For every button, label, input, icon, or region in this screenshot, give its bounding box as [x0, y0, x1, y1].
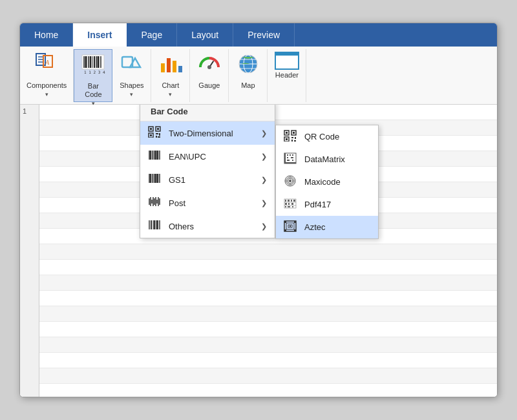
dropdown-header: Bar Code	[140, 105, 275, 121]
svg-rect-73	[286, 132, 288, 134]
barcode-dropdown: Bar Code	[140, 105, 275, 238]
ribbon-item-shapes[interactable]: Shapes ▾	[112, 49, 151, 102]
two-dimensional-arrow: ❯	[261, 129, 267, 138]
ribbon-item-header[interactable]: Header	[268, 49, 306, 102]
svg-rect-106	[288, 203, 290, 205]
grid-row-14	[39, 306, 497, 322]
svg-rect-85	[287, 154, 288, 156]
row-number-1: 1	[20, 105, 39, 118]
grid-row-11	[39, 260, 497, 275]
svg-rect-91	[292, 160, 293, 161]
dropdown-item-gs1[interactable]: GS1 ❯	[140, 168, 275, 191]
shapes-icon	[120, 52, 144, 80]
ribbon-tabs: Home Insert Page Layout Preview	[20, 23, 497, 47]
svg-rect-80	[291, 140, 293, 142]
dropdown-container: Bar Code	[140, 105, 379, 239]
grid-row-15	[39, 322, 497, 337]
submenu-item-aztec[interactable]: Aztec	[276, 216, 378, 238]
svg-rect-108	[285, 206, 286, 207]
svg-rect-87	[292, 154, 293, 156]
ribbon-item-map[interactable]: Map	[229, 49, 268, 102]
pdf417-icon	[284, 198, 299, 211]
grid-row-10	[39, 244, 497, 260]
ribbon-item-components[interactable]: A Components ▾	[20, 49, 74, 102]
svg-rect-20	[167, 58, 171, 72]
dropdown-label-gs1: GS1	[169, 175, 185, 185]
svg-rect-117	[284, 229, 286, 231]
header-icon	[275, 52, 299, 70]
dropdown-item-ean-upc[interactable]: EAN\UPC ❯	[140, 145, 275, 168]
svg-rect-78	[291, 137, 293, 138]
ribbon-label-header: Header	[275, 71, 299, 79]
svg-rect-35	[150, 134, 152, 136]
tab-insert[interactable]: Insert	[73, 23, 127, 47]
components-chevron: ▾	[45, 91, 48, 98]
svg-rect-89	[291, 157, 293, 158]
grid-row-17	[39, 353, 497, 368]
svg-rect-107	[291, 203, 293, 205]
svg-rect-83	[284, 153, 286, 163]
svg-marker-18	[130, 58, 140, 67]
main-area: 1	[20, 105, 497, 397]
submenu-label-datamatrix: DataMatrix	[304, 154, 345, 164]
ribbon-label-chart: Chart	[162, 81, 179, 90]
submenu-label-qr-code: QR Code	[304, 132, 339, 142]
dropdown-label-others: Others	[169, 222, 194, 231]
editor-canvas: Bar Code	[39, 105, 497, 397]
qr-code-icon	[284, 130, 299, 143]
submenu-label-pdf417: Pdf417	[304, 200, 331, 209]
svg-text:A: A	[45, 59, 50, 66]
editor-area: 1	[20, 105, 497, 397]
ribbon-item-barcode[interactable]: 1 1 2 3 4 5 1 BarCode ▾	[74, 49, 112, 102]
post-arrow: ❯	[261, 199, 267, 207]
ean-upc-arrow: ❯	[261, 152, 267, 161]
submenu-item-pdf417[interactable]: Pdf417	[276, 193, 378, 216]
components-icon: A	[34, 52, 59, 80]
svg-rect-114	[290, 226, 291, 227]
svg-point-24	[207, 65, 211, 69]
grid-row-13	[39, 291, 497, 306]
dropdown-item-others[interactable]: Others ❯	[140, 215, 275, 238]
tab-page[interactable]: Page	[127, 23, 177, 47]
barcode-icon: 1 1 2 3 4 5 1	[81, 52, 105, 81]
svg-rect-84	[284, 162, 296, 163]
svg-rect-39	[158, 136, 160, 138]
svg-rect-81	[294, 140, 296, 142]
map-icon	[236, 52, 260, 80]
grid-row-12	[39, 275, 497, 291]
svg-rect-88	[287, 157, 288, 158]
two-dimensional-icon	[148, 126, 164, 140]
dropdown-label-post: Post	[169, 198, 185, 208]
ribbon-item-gauge[interactable]: Gauge	[190, 49, 229, 102]
dropdown-item-post[interactable]: Post ❯	[140, 191, 275, 215]
maxicode-icon	[284, 175, 299, 189]
svg-rect-109	[288, 206, 290, 207]
ribbon-label-map: Map	[241, 81, 255, 90]
svg-rect-19	[161, 63, 165, 72]
ribbon-item-chart[interactable]: Chart ▾	[151, 49, 190, 102]
grid-row-18	[39, 368, 497, 384]
grid-row-19	[39, 384, 497, 397]
dropdown-label-two-dimensional: Two-Dimensional	[169, 129, 233, 138]
svg-rect-77	[286, 138, 288, 140]
svg-rect-116	[294, 221, 296, 223]
submenu-item-datamatrix[interactable]: DataMatrix	[276, 148, 378, 171]
svg-rect-38	[156, 136, 157, 138]
ribbon-label-components: Components	[26, 81, 67, 90]
left-ruler: 1	[20, 105, 39, 397]
ribbon-toolbar: A Components ▾ 1 1 2	[20, 47, 497, 105]
tab-layout[interactable]: Layout	[177, 23, 233, 47]
barcode-submenu: QR Code	[275, 125, 379, 239]
grid-row-16	[39, 337, 497, 353]
gauge-icon	[197, 52, 222, 80]
tab-home[interactable]: Home	[20, 23, 73, 47]
tab-preview[interactable]: Preview	[233, 23, 295, 47]
dropdown-item-two-dimensional[interactable]: Two-Dimensional ❯	[140, 121, 275, 145]
ean-upc-icon	[148, 149, 164, 163]
aztec-icon	[284, 220, 299, 234]
submenu-item-maxicode[interactable]: Maxicode	[276, 171, 378, 193]
submenu-item-qr-code[interactable]: QR Code	[276, 125, 378, 148]
app-window: Home Insert Page Layout Preview A Compon…	[19, 23, 498, 397]
submenu-label-aztec: Aztec	[304, 222, 326, 232]
post-icon	[148, 196, 164, 210]
